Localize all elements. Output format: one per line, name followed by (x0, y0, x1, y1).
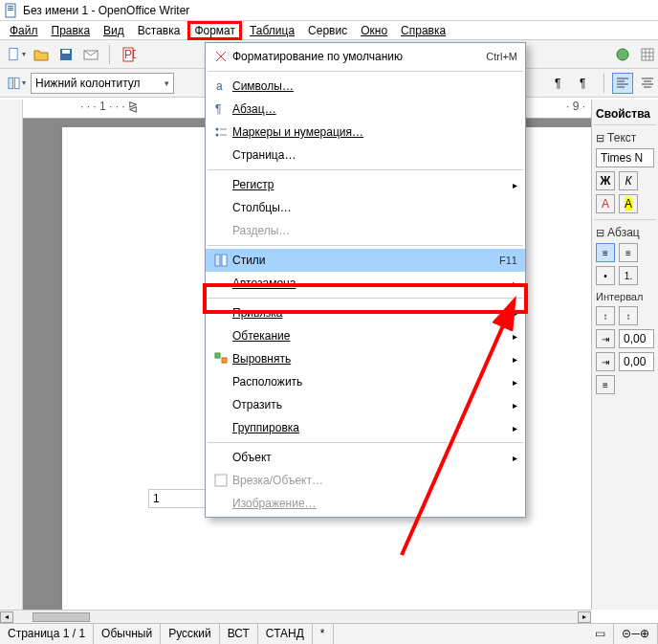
para-section-label: ⊟ Абзац (596, 226, 654, 239)
table-button[interactable] (637, 44, 658, 65)
font-name-select[interactable]: Times N (596, 148, 654, 167)
scroll-left-arrow[interactable]: ◂ (0, 611, 13, 623)
paragraph-style-value: Нижний колонтитул (35, 77, 141, 90)
menu-insert[interactable]: Вставка (132, 22, 186, 39)
menu-window[interactable]: Окно (355, 22, 393, 39)
rtl-button[interactable]: ¶ (575, 73, 596, 94)
styles-icon (209, 253, 232, 268)
bullets-mini[interactable]: • (596, 266, 615, 285)
scroll-right-arrow[interactable]: ▸ (578, 611, 591, 623)
menu-object[interactable]: Объект (206, 446, 525, 469)
menu-styles[interactable]: Стили F11 (206, 249, 525, 272)
align-left-mini[interactable]: ≡ (596, 243, 615, 262)
menu-divider (208, 169, 523, 170)
save-button[interactable] (55, 44, 77, 65)
pdf-button[interactable]: PDF (118, 44, 139, 65)
menu-frame: Врезка/Объект… (206, 469, 525, 492)
status-zoom[interactable]: ⊝─⊕ (614, 624, 658, 644)
hyperlink-button[interactable] (612, 44, 633, 65)
numbering-mini[interactable]: 1. (619, 266, 638, 285)
align-center-button[interactable] (637, 73, 658, 94)
svg-rect-1 (8, 6, 13, 7)
statusbar: Страница 1 / 1 Обычный Русский ВСТ СТАНД… (0, 623, 658, 644)
menu-arrange[interactable]: Расположить (206, 370, 525, 393)
menu-tools[interactable]: Сервис (302, 22, 353, 39)
menu-wrap[interactable]: Обтекание (206, 324, 525, 347)
menubar: Файл Правка Вид Вставка Формат Таблица С… (0, 21, 658, 40)
email-button[interactable] (80, 44, 101, 65)
menu-bullets[interactable]: Маркеры и нумерация… (206, 121, 525, 144)
open-button[interactable] (31, 44, 52, 65)
svg-text:PDF: PDF (124, 48, 136, 61)
bold-button[interactable]: Ж (596, 171, 615, 190)
status-page[interactable]: Страница 1 / 1 (0, 624, 94, 644)
status-lang[interactable]: Русский (161, 624, 220, 644)
svg-rect-11 (642, 49, 653, 60)
menu-autocorrect[interactable]: Автозамена (206, 272, 525, 295)
menu-paragraph[interactable]: ¶ Абзац… (206, 98, 525, 121)
menu-anchor[interactable]: Привязка (206, 301, 525, 324)
menu-edit[interactable]: Правка (46, 22, 97, 39)
svg-text:a: a (216, 79, 223, 93)
ltr-button[interactable]: ¶ (550, 73, 571, 94)
menu-columns[interactable]: Столбцы… (206, 196, 525, 219)
svg-rect-22 (215, 353, 220, 358)
align-center-mini[interactable]: ≡ (619, 243, 638, 262)
status-style[interactable]: Обычный (94, 624, 161, 644)
menu-page[interactable]: Страница… (206, 144, 525, 167)
menu-divider (208, 298, 523, 299)
scroll-thumb[interactable] (33, 612, 90, 622)
window-title: Без имени 1 - OpenOffice Writer (23, 4, 189, 17)
menu-divider (208, 71, 523, 72)
status-sel[interactable]: СТАНД (258, 624, 313, 644)
paragraph-icon: ¶ (209, 101, 232, 117)
menu-character[interactable]: a Символы… (206, 75, 525, 98)
menu-view[interactable]: Вид (98, 22, 130, 39)
menu-flip[interactable]: Отразить (206, 393, 525, 416)
svg-point-10 (617, 49, 628, 60)
indent-top-icon: ⇥ (596, 329, 615, 348)
highlight-button[interactable]: A (619, 194, 638, 213)
title-bar: Без имени 1 - OpenOffice Writer (0, 0, 658, 21)
menu-divider (208, 442, 523, 443)
menu-file[interactable]: Файл (4, 22, 44, 39)
panel-title: Свойства (594, 103, 656, 124)
font-color-button[interactable]: A (596, 194, 615, 213)
menu-divider (208, 245, 523, 246)
separator (603, 74, 604, 93)
horizontal-scrollbar[interactable]: ◂ ▸ (0, 610, 591, 623)
svg-rect-3 (8, 10, 13, 11)
indent-bottom-icon: ⇥ (596, 352, 615, 371)
align-left-button[interactable] (612, 73, 633, 94)
svg-rect-13 (14, 78, 19, 88)
paragraph-style-select[interactable]: Нижний колонтитул (31, 73, 174, 94)
svg-rect-20 (215, 255, 220, 266)
new-button[interactable] (6, 44, 27, 65)
styles-button[interactable] (6, 73, 27, 94)
menu-help[interactable]: Справка (395, 22, 451, 39)
line-spacing[interactable]: ≡ (596, 375, 615, 394)
inc-spacing[interactable]: ↕ (596, 306, 615, 325)
menu-align[interactable]: Выровнять (206, 347, 525, 370)
italic-button[interactable]: К (619, 171, 638, 190)
menu-table[interactable]: Таблица (244, 22, 300, 39)
indent-top[interactable]: 0,00 (619, 329, 654, 348)
format-menu-dropdown: Форматирование по умолчанию Ctrl+M a Сим… (205, 42, 526, 518)
menu-group[interactable]: Группировка (206, 416, 525, 439)
separator (109, 45, 110, 64)
svg-rect-4 (10, 48, 17, 59)
status-view[interactable]: ▭ (587, 624, 614, 644)
indent-bottom[interactable]: 0,00 (619, 352, 654, 371)
svg-rect-6 (62, 50, 70, 54)
menu-sections: Разделы… (206, 219, 525, 242)
align-icon (209, 351, 232, 366)
clear-format-icon (209, 49, 232, 64)
svg-point-19 (216, 134, 219, 137)
status-insert[interactable]: ВСТ (220, 624, 258, 644)
menu-clear-formatting[interactable]: Форматирование по умолчанию Ctrl+M (206, 45, 525, 68)
vertical-ruler (0, 100, 23, 610)
svg-point-18 (216, 128, 219, 131)
menu-format[interactable]: Формат (187, 21, 242, 40)
dec-spacing[interactable]: ↕ (619, 306, 638, 325)
menu-case[interactable]: Регистр (206, 173, 525, 196)
